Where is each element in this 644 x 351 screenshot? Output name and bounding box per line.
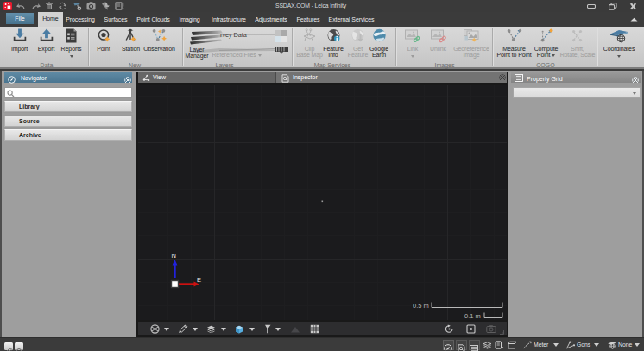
svg-text:0.1 m: 0.1 m	[464, 312, 481, 320]
svg-text:N: N	[172, 252, 176, 260]
svg-text:rvey Data: rvey Data	[220, 31, 247, 39]
svg-text:E: E	[197, 276, 201, 284]
svg-text:0.5 m: 0.5 m	[413, 302, 429, 310]
